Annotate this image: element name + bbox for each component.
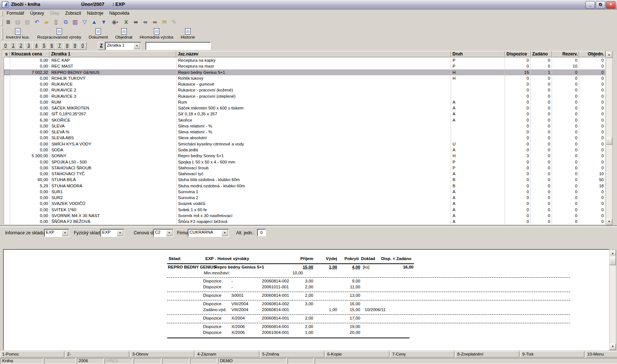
snapshot-icon[interactable]: ◉▾ <box>109 18 121 26</box>
close-button[interactable]: × <box>606 1 616 9</box>
mail-icon[interactable]: ✉ <box>160 18 169 26</box>
digit-button-0-0[interactable]: 0 <box>1 42 10 50</box>
input-alt-jedn[interactable]: 0 <box>257 229 266 236</box>
column-header-rezerv[interactable]: Rezerv. <box>552 51 579 57</box>
search-input[interactable] <box>145 42 211 50</box>
combo-informace-ze-skladu[interactable]: EXP▼ <box>44 229 69 237</box>
scrollbar-thumb[interactable] <box>606 137 612 145</box>
structure-icon[interactable]: ≣ <box>4 18 13 26</box>
action-button-historie[interactable]: Historie <box>178 28 198 40</box>
table-row[interactable]: 0,00SUR1Surovina 1A0000 <box>4 189 606 195</box>
table-row[interactable]: 0,00RUKAVICERukavice - gumové0000 <box>4 81 606 87</box>
column-header-dispozice[interactable]: Dispozice <box>505 51 531 57</box>
combo-firma[interactable]: CUKRÁRNA▼ <box>188 229 229 237</box>
fkey-9-tisk[interactable]: 9-Tisk <box>520 351 584 357</box>
undo-icon[interactable]: ↶ <box>32 18 42 26</box>
fkey-4-zaznam[interactable]: 4-Záznam <box>195 351 259 357</box>
find-next-icon[interactable]: ∞ <box>141 18 150 26</box>
digit-button-5-5[interactable]: 5 <box>40 42 48 50</box>
table-row[interactable]: 6,30SKOŘICESkořiceA0000 <box>4 117 606 123</box>
table-row[interactable]: 0,00ŠŇŮRA F2 BÉŽOVÁŠňůra F2 napájecí béž… <box>4 219 606 224</box>
restore-button[interactable]: ⧉ <box>596 1 605 9</box>
chevron-down-icon[interactable]: ▾ <box>117 21 118 24</box>
table-row[interactable]: 60,00STUHA BÍLÁStuha bílá ozdobná - klub… <box>4 177 606 183</box>
table-row[interactable]: 0,00SVITEK 1*60Svitek 1 x 60 feA0000 <box>4 207 606 213</box>
column-selector-combo[interactable]: Zkratka 1 ▼ <box>105 42 141 50</box>
menu-item-upravy[interactable]: Úpravy <box>27 10 47 16</box>
scroll-down-icon[interactable]: ▼ <box>606 219 612 225</box>
column-header-jaz-nazev[interactable]: Jaz.název <box>176 51 451 57</box>
fkey-8-zneplatneni[interactable]: 8-Zneplatnění <box>455 351 519 357</box>
fkey-5-zmena[interactable]: 5-Změna <box>260 351 324 357</box>
digit-button-2-2[interactable]: 2 <box>17 42 25 50</box>
chevron-down-icon[interactable]: ▼ <box>62 230 68 236</box>
sort-up-icon[interactable]: ▲ <box>90 18 99 26</box>
table-row[interactable]: 0,00SÍŤ 0,18*0,35*267Síť 0,18 x 0,35 x 2… <box>4 111 606 117</box>
table-row[interactable]: 0,00SUR2Surovina 2A0000 <box>4 195 606 201</box>
menu-item-napoveda[interactable]: Nápověda <box>106 10 132 16</box>
copy-icon[interactable]: ⧉ <box>61 18 70 26</box>
combo-fyzicky-sklad[interactable]: EXP▼ <box>100 229 124 237</box>
digit-button-4-4[interactable]: 4 <box>32 42 40 50</box>
find-icon[interactable]: ∞ <box>131 18 140 26</box>
action-button-dokument[interactable]: Dokument <box>86 28 111 40</box>
table-row[interactable]: 0,00ROHLÍK TUKOVÝRohlík tukovýH0000 <box>4 75 606 81</box>
fkey-6-kopie[interactable]: 6-Kopie <box>325 351 389 357</box>
column-header-klouzava-cena[interactable]: Klouzavá cena <box>10 51 50 57</box>
open-folder-icon[interactable]: ▰ <box>42 18 51 26</box>
minimize-button[interactable]: _ <box>585 1 595 9</box>
action-button-objednat[interactable]: Objednat <box>112 28 136 40</box>
table-row[interactable]: 0,00STAHOVACÍ TYČStahovací tyčA00010 <box>4 171 606 177</box>
table-row[interactable]: 0,00SÁČEK MIKROTENSáček mikroten 500 x 6… <box>4 105 606 111</box>
table-row[interactable]: 5 300,00SONNYRepro bedny Sonny 5+1H3000 <box>4 153 606 159</box>
new-document-icon[interactable]: ▯ <box>51 18 61 26</box>
combo-cenova-sk[interactable]: C2▼ <box>153 229 173 237</box>
column-header-druh[interactable]: Druh <box>451 51 505 57</box>
table-row[interactable]: 0,00SMÍCH KYS A VODYSmíchání kyseliny ci… <box>4 141 606 147</box>
digit-button-3-3[interactable]: 3 <box>25 42 33 50</box>
digit-button-7-7[interactable]: 7 <box>55 42 64 50</box>
column-header-s[interactable]: s <box>4 51 10 57</box>
notebook-icon[interactable]: ▥ <box>71 18 80 26</box>
filter-icon[interactable]: ▽ <box>80 18 89 26</box>
table-row[interactable]: 0,00SODASoda jedláA0000 <box>4 147 606 153</box>
table-row[interactable]: 0,00REC MASTReceptura na mastP00100 <box>4 63 606 69</box>
menu-item-formular[interactable]: Formulář <box>4 10 27 16</box>
table-row[interactable]: 0,00REC KAPReceptura na kapkyP0000 <box>4 57 606 63</box>
table-row[interactable]: 0,00STAHOVACÍ ŠROUBStahovací šroubP0000 <box>4 165 606 171</box>
fkey-10-menu[interactable]: 10-Menu <box>585 351 617 357</box>
action-button-rozpracovanost-vyroby[interactable]: Rozpracovanost výroby <box>34 28 84 40</box>
menu-item-zobrazit[interactable]: Zobrazit <box>62 10 84 16</box>
column-header-objedn[interactable]: Objedn. <box>579 51 606 57</box>
scroll-down-icon[interactable]: ▼ <box>610 343 616 350</box>
export-excel-icon[interactable]: X <box>122 18 131 26</box>
table-row[interactable]: 0,00SPOJKA L50 - 500Spojka L 50 x 50 x 4… <box>4 159 606 165</box>
column-header-zkratka-1[interactable]: Zkratka 1 <box>50 51 176 57</box>
digit-button-1-1[interactable]: 1 <box>9 42 17 50</box>
table-row[interactable]: 0,00SVAZEK VODIČŮSvazek vodičůA0000 <box>4 201 606 206</box>
z-filter-button[interactable]: Z <box>98 42 105 50</box>
table-row[interactable]: 0,00SLEVASleva relativní - %0000 <box>4 123 606 129</box>
fkey-3-obnov[interactable]: 3-Obnov <box>130 351 194 357</box>
detail-scrollbar[interactable]: ▲ ▼ <box>609 250 616 350</box>
table-row[interactable]: 0,00SLEVA %Sleva relativní - %0000 <box>4 129 606 135</box>
table-row[interactable]: 0,00RUKAVICE 3Rukavice - pracovní (otepl… <box>4 93 606 99</box>
chevron-down-icon[interactable]: ▼ <box>117 230 123 236</box>
find-prev-icon[interactable]: ∞ <box>150 18 159 26</box>
table-row[interactable]: 0,00RUMRumA0000 <box>4 99 606 105</box>
table-row[interactable]: 0,00SLEVA ABSSleva absolutní0000 <box>4 135 606 141</box>
digit-button-10-0[interactable]: 0 <box>79 42 87 50</box>
column-header-zadano[interactable]: Zadáno <box>531 51 552 57</box>
scrollbar-thumb[interactable] <box>610 256 616 265</box>
table-row[interactable]: 7 002,32REPRO BEDNY GENIUSRepro bedny Ge… <box>4 69 606 75</box>
scroll-up-icon[interactable]: ▲ <box>606 51 612 58</box>
table-scrollbar[interactable]: ▲ ▼ <box>606 51 613 226</box>
table-row[interactable]: 0,00SVORNÍK M4 X 30 NASTSvorník m4 x 30 … <box>4 213 606 219</box>
table-row[interactable]: 0,00RUKAVICE 2Rukavice - pracovní (kožen… <box>4 87 606 93</box>
action-button-hromadna-vyroba[interactable]: Hromadná výroba <box>137 28 176 40</box>
chevron-down-icon[interactable]: ▼ <box>221 230 228 236</box>
chevron-down-icon[interactable]: ▼ <box>166 230 173 236</box>
fkey-2[interactable]: 2- <box>65 351 129 357</box>
fkey-1-pomoc[interactable]: 1-Pomoc <box>0 351 64 357</box>
scroll-up-icon[interactable]: ▲ <box>610 250 616 257</box>
